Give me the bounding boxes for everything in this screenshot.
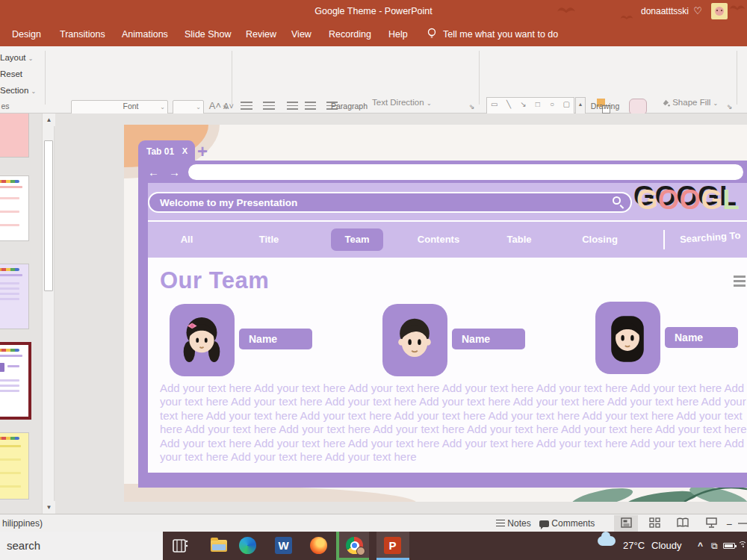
task-view-icon[interactable] [172, 537, 190, 555]
notes-icon [496, 520, 505, 527]
font-dialog-launcher-icon[interactable]: ⇘ [223, 103, 229, 111]
numbering-button[interactable] [263, 102, 275, 110]
shape-rounded-rect-icon[interactable]: ▢ [563, 101, 570, 108]
slide-heading[interactable]: Our Team [160, 267, 269, 294]
zoom-out-icon[interactable]: − [726, 518, 732, 530]
slide-thumbnail-selected[interactable] [0, 345, 28, 417]
reading-view-button[interactable] [671, 515, 695, 532]
tab-animations[interactable]: Animations [122, 29, 168, 40]
forward-arrow-icon[interactable]: → [169, 166, 180, 178]
slide-canvas[interactable]: Tab 01 X + ← → Welcome to my Presentatio… [124, 125, 747, 502]
slide-thumbnail[interactable] [0, 433, 28, 499]
avatar-boy[interactable] [382, 304, 447, 376]
layout-button[interactable]: Layout ⌄ [0, 53, 33, 62]
reset-button[interactable]: Reset [0, 69, 22, 78]
tab-slide-show[interactable]: Slide Show [185, 29, 232, 40]
slide-thumbnail[interactable] [0, 113, 28, 157]
wifi-icon[interactable] [738, 541, 747, 550]
body-placeholder-text[interactable]: Add your text here Add your text here Ad… [160, 382, 747, 464]
nav-divider [663, 230, 665, 249]
powerpoint-taskbar-button[interactable]: P [376, 532, 409, 560]
tray-chevron-icon[interactable]: ^ [698, 541, 703, 551]
normal-view-button[interactable] [614, 515, 638, 532]
zoom-slider[interactable] [738, 523, 747, 524]
avatar-woman[interactable] [595, 302, 660, 374]
member-name-tag[interactable]: Name [452, 329, 525, 349]
weather-temp[interactable]: 27°C [623, 540, 645, 551]
scrollbar-thumb[interactable] [44, 140, 53, 291]
drawing-group-label: Drawing [571, 102, 639, 111]
url-bar[interactable] [188, 164, 743, 180]
nav-tab-team-selected[interactable]: Team [331, 228, 383, 251]
nav-tab-table[interactable]: Table [488, 234, 551, 245]
nav-tab-contents[interactable]: Contents [407, 234, 470, 245]
shape-oval-icon[interactable]: ○ [550, 101, 554, 108]
shape-fill-button[interactable]: Shape Fill ⌄ [660, 98, 718, 107]
presentation-search-bar[interactable]: Welcome to my Presentation [148, 192, 632, 213]
back-arrow-icon[interactable]: ← [148, 166, 159, 178]
comments-button[interactable]: Comments [539, 518, 595, 529]
thumbnail-scrollbar[interactable]: ▲ ▼ [42, 113, 55, 514]
tab-help[interactable]: Help [388, 29, 408, 40]
slide-thumbnail[interactable] [0, 264, 28, 329]
browser-frame: ← → Welcome to my Presentation GOOGL All… [138, 161, 747, 488]
edge-icon[interactable] [239, 537, 257, 555]
word-icon[interactable]: W [275, 537, 293, 555]
ribbon: Layout ⌄ Reset Section ⌄ es ⌄ ⌄ A˄ A˅ A … [0, 46, 747, 113]
tell-me-box[interactable]: Tell me what you want to do [443, 29, 558, 40]
scroll-down-icon[interactable]: ▼ [43, 501, 55, 514]
member-name-tag[interactable]: Name [239, 329, 312, 349]
search-icon [613, 196, 621, 205]
chrome-icon [346, 537, 364, 555]
font-size-combo[interactable]: ⌄ [173, 100, 204, 115]
taskbar-search-box[interactable]: search [0, 532, 163, 560]
decrease-indent-button[interactable] [287, 102, 298, 110]
weather-condition[interactable]: Cloudy [651, 540, 681, 551]
title-bar: Google Theme - PowerPoint donaatttsski ♡ [0, 0, 747, 22]
nav-searching-tools[interactable]: Searching To [680, 228, 747, 245]
grow-font-button[interactable]: A˄ [208, 100, 222, 111]
browser-tab[interactable]: Tab 01 X [138, 140, 195, 162]
chevron-down-icon: ⌄ [28, 55, 34, 62]
nav-tab-all[interactable]: All [155, 234, 218, 245]
new-tab-icon[interactable]: + [197, 141, 208, 162]
menu-icon [734, 276, 746, 289]
chrome-taskbar-button[interactable] [336, 532, 369, 560]
nav-tab-title[interactable]: Title [238, 234, 300, 245]
scroll-up-icon[interactable]: ▲ [43, 113, 55, 126]
slide-thumbnail[interactable] [0, 176, 28, 240]
drawing-dialog-launcher-icon[interactable]: ⇘ [727, 103, 733, 111]
member-name-tag[interactable]: Name [665, 327, 738, 348]
powerpoint-icon: P [384, 537, 402, 555]
tab-view[interactable]: View [291, 29, 311, 40]
boy-face-icon [391, 311, 438, 368]
bullets-button[interactable] [241, 102, 252, 110]
tablet-mode-icon[interactable]: ⧉ [711, 541, 718, 551]
logo-letter: O [658, 184, 680, 215]
tab-review[interactable]: Review [246, 29, 276, 40]
slide-show-icon [706, 517, 717, 528]
account-name[interactable]: donaatttsski [641, 6, 689, 16]
account-avatar[interactable] [711, 3, 728, 19]
shape-textbox-icon[interactable]: ▭ [491, 101, 498, 108]
slide-sorter-button[interactable] [642, 515, 666, 532]
shape-rectangle-icon[interactable]: □ [536, 101, 540, 108]
close-icon[interactable]: X [182, 146, 187, 155]
avatar-girl[interactable] [170, 304, 235, 376]
group-separator [737, 51, 737, 105]
tab-transitions[interactable]: Transitions [60, 29, 105, 40]
section-button[interactable]: Section ⌄ [0, 86, 36, 95]
battery-icon[interactable] [723, 543, 735, 549]
logo-letter: L [722, 184, 740, 215]
nav-tab-closing[interactable]: Closing [568, 234, 631, 245]
file-explorer-icon[interactable] [211, 537, 229, 555]
language-status[interactable]: hilippines) [2, 518, 43, 529]
notes-button[interactable]: Notes [496, 518, 531, 529]
shape-line-icon[interactable]: ╲ [506, 101, 511, 108]
tab-design[interactable]: Design [12, 29, 41, 40]
paragraph-dialog-launcher-icon[interactable]: ⇘ [469, 103, 475, 111]
firefox-icon[interactable] [310, 537, 328, 555]
tab-recording[interactable]: Recording [329, 29, 371, 40]
shape-arrow-icon[interactable]: ↘ [520, 101, 526, 108]
slide-show-button[interactable] [699, 515, 723, 532]
